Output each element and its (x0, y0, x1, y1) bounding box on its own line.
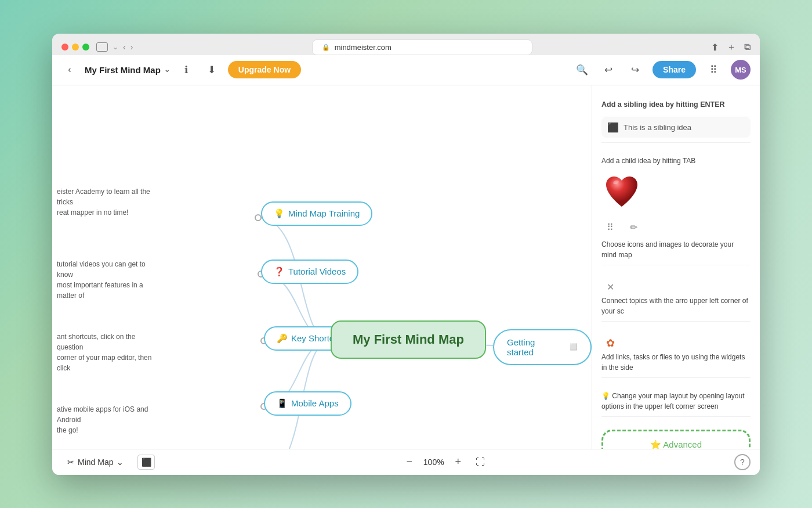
close-button[interactable] (61, 44, 68, 51)
zoom-controls: − 100% + ⛶ (401, 454, 488, 470)
connect-icon-button[interactable]: ✕ (601, 278, 619, 296)
tip-links-text: Add links, tasks or files to yo using th… (601, 352, 751, 373)
shortcuts-icon: 🔑 (277, 333, 288, 344)
sibling-idea-box: ⬛ This is a sibling idea (601, 117, 751, 138)
icon-grid-button[interactable]: ⠿ (601, 218, 619, 236)
info-button[interactable]: ℹ (177, 60, 195, 79)
lock-icon: 🔒 (322, 44, 330, 51)
app-toolbar: ‹ My First Mind Map ⌄ ℹ ⬇ Upgrade Now 🔍 … (52, 55, 760, 85)
snippet-shortcuts: ant shortcuts, click on the questioncorn… (52, 329, 168, 376)
getting-started-label: Getting started (507, 337, 564, 357)
upgrade-button[interactable]: Upgrade Now (228, 61, 301, 78)
videos-icon: ❓ (274, 266, 285, 277)
minimize-button[interactable] (72, 44, 79, 51)
apps-grid-button[interactable]: ⠿ (704, 60, 723, 79)
edit-icon-button[interactable]: ✏ (625, 218, 642, 236)
fit-screen-button[interactable]: ⛶ (472, 454, 488, 470)
avatar[interactable]: MS (731, 60, 751, 80)
browser-right-controls: ⬆ ＋ ⧉ (711, 41, 751, 53)
new-tab-icon[interactable]: ＋ (727, 41, 736, 53)
map-title-label: My First Mind Map (85, 65, 161, 75)
tip-layout-text: 💡 Change your map layout by opening layo… (601, 391, 751, 412)
tip-child: Add a child idea by hitting TAB (601, 151, 751, 265)
tip-sibling-text: Add a sibling idea by hitting ENTER (601, 99, 751, 118)
center-node[interactable]: My First Mind Map (331, 320, 486, 359)
zoom-in-button[interactable]: + (450, 454, 466, 470)
tabs-icon[interactable]: ⧉ (744, 42, 751, 52)
training-label: Mind Map Training (288, 208, 360, 218)
forward-icon[interactable]: › (130, 42, 133, 52)
training-icon: 💡 (274, 208, 285, 219)
browser-chrome: ⌄ ‹ › 🔒 mindmeister.com ⬆ ＋ ⧉ (52, 34, 760, 55)
address-bar[interactable]: 🔒 mindmeister.com (312, 39, 532, 55)
back-to-maps-button[interactable]: ‹ (61, 62, 78, 78)
chevron-down-icon: ⌄ (113, 43, 118, 51)
share-browser-icon[interactable]: ⬆ (711, 42, 719, 53)
snippet-videos: tutorial videos you can get to knowmost … (52, 257, 168, 303)
layout-chevron-icon: ⌄ (117, 457, 124, 467)
url-text: mindmeister.com (335, 43, 392, 52)
main-content: eister Academy to learn all the tricksre… (52, 85, 760, 449)
heart-icon (601, 172, 642, 212)
presentation-button[interactable]: ⬛ (137, 455, 155, 470)
right-sidebar: Add a sibling idea by hitting ENTER ⬛ Th… (592, 85, 760, 449)
snippet-training: eister Academy to learn all the tricksre… (52, 184, 168, 220)
links-icons-row: ✿ (601, 334, 751, 352)
snippet-apps: ative mobile apps for iOS and Androidthe… (52, 402, 168, 438)
browser-window: ⌄ ‹ › 🔒 mindmeister.com ⬆ ＋ ⧉ ‹ My First… (52, 34, 760, 475)
zoom-level-label: 100% (423, 457, 444, 467)
redo-button[interactable]: ↪ (626, 60, 644, 79)
sidebar-icons-row: ⠿ ✏ (601, 218, 751, 236)
connect-icons-row: ✕ (601, 278, 751, 296)
zoom-out-button[interactable]: − (401, 454, 418, 470)
tip-sibling-heading: Add a sibling idea by hitting ENTER (601, 99, 751, 110)
undo-button[interactable]: ↩ (599, 60, 618, 79)
node-getting-started[interactable]: Getting started ⬜ (493, 329, 592, 365)
sibling-idea-icon: ⬛ (607, 122, 619, 133)
tip-connect: ✕ Connect topics with the arro upper lef… (601, 273, 751, 322)
videos-label: Tutorial Videos (288, 266, 346, 276)
save-button[interactable]: ⬇ (202, 60, 221, 79)
maximize-button[interactable] (82, 44, 89, 51)
layout-icon: ✂ (67, 457, 74, 467)
share-button[interactable]: Share (652, 61, 696, 78)
chevron-down-icon: ⌄ (164, 66, 170, 74)
getting-started-icon: ⬜ (570, 343, 578, 351)
mindmeister-icon-button[interactable]: ✿ (601, 334, 619, 352)
search-button[interactable]: 🔍 (572, 60, 591, 79)
sidebar-toggle-icon[interactable] (96, 42, 108, 52)
toolbar-right: 🔍 ↩ ↪ Share ⠿ MS (572, 60, 751, 80)
traffic-lights (61, 44, 89, 51)
layout-button[interactable]: ✂ Mind Map ⌄ (61, 454, 129, 470)
tip-sibling: Add a sibling idea by hitting ENTER ⬛ Th… (601, 95, 751, 143)
tip-child-heading: Add a child idea by hitting TAB (601, 156, 751, 166)
mind-map-canvas[interactable]: eister Academy to learn all the tricksre… (52, 85, 592, 449)
browser-controls: ⌄ ‹ › (96, 42, 133, 52)
advanced-node[interactable]: ⭐ Advanced (601, 430, 751, 448)
apps-icon: 📱 (277, 398, 288, 409)
svg-point-0 (255, 215, 261, 221)
back-icon[interactable]: ‹ (123, 42, 126, 52)
tip-connect-text: Connect topics with the arro upper left … (601, 296, 751, 316)
map-title-dropdown[interactable]: My First Mind Map ⌄ (85, 65, 170, 75)
center-node-label: My First Mind Map (353, 332, 464, 347)
apps-label: Mobile Apps (291, 398, 339, 408)
tip-layout: 💡 Change your map layout by opening layo… (601, 386, 751, 417)
help-button[interactable]: ? (734, 454, 751, 470)
node-apps[interactable]: 📱 Mobile Apps (264, 391, 351, 416)
layout-label: Mind Map (78, 457, 113, 467)
tip-links: ✿ Add links, tasks or files to yo using … (601, 330, 751, 378)
heart-container (601, 172, 751, 212)
tip-icons-text: Choose icons and images to decorate your… (601, 239, 751, 260)
sibling-idea-text: This is a sibling idea (624, 123, 691, 132)
advanced-label: ⭐ Advanced (650, 439, 702, 448)
node-videos[interactable]: ❓ Tutorial Videos (261, 260, 358, 284)
node-training[interactable]: 💡 Mind Map Training (261, 201, 372, 226)
bottom-toolbar: ✂ Mind Map ⌄ ⬛ − 100% + ⛶ ? (52, 449, 760, 475)
